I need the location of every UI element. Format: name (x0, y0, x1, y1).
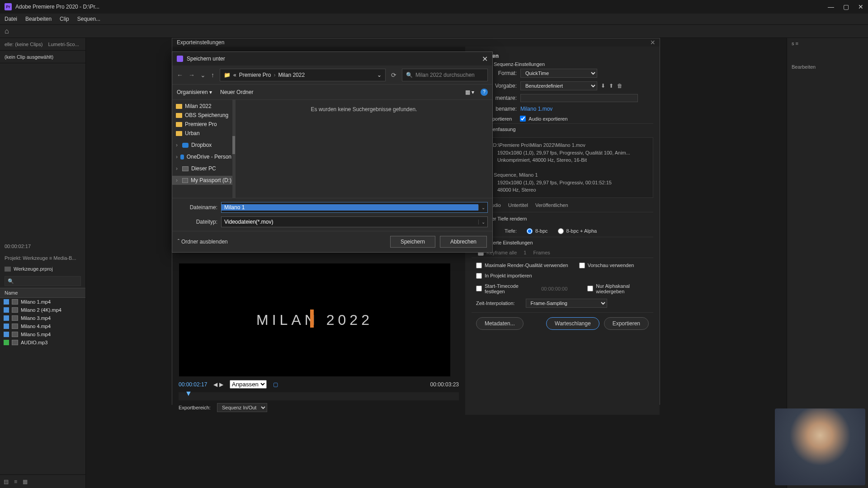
nav-back-icon[interactable]: ← (177, 71, 183, 79)
preset-select[interactable]: Benutzerdefiniert (520, 81, 597, 90)
close-button[interactable]: ✕ (858, 3, 863, 10)
save-as-close-button[interactable]: ✕ (482, 55, 488, 63)
export-close-button[interactable]: × (650, 38, 655, 47)
app-title: Adobe Premiere Pro 2020 - D:\Pr... (15, 4, 99, 10)
depth-8bpc-radio[interactable] (527, 228, 533, 234)
bin-column-name[interactable]: Name (0, 288, 85, 298)
filename-history-dropdown[interactable]: ⌄ (478, 205, 487, 210)
save-as-dialog: Speichern unter ✕ ← → ⌄ ↑ 📁 « Premiere P… (172, 52, 493, 253)
import-project-checkbox[interactable] (476, 273, 482, 279)
format-select[interactable]: QuickTime (520, 69, 597, 78)
folder-search[interactable]: 🔍 Milan 2022 durchsuchen (402, 69, 488, 81)
premiere-icon (177, 56, 183, 62)
tree-item[interactable]: Milan 2022 (172, 102, 235, 111)
export-preview: MILAN 2022 (179, 263, 450, 376)
help-icon[interactable]: ? (481, 89, 488, 96)
alpha-only-checkbox[interactable] (587, 286, 593, 291)
playhead-icon[interactable]: ▼ (185, 389, 192, 398)
tree-item[interactable]: OBS Speicherung (172, 111, 235, 120)
list-item[interactable]: Milano 4.mp4 (0, 322, 85, 330)
menu-edit[interactable]: Bearbeiten (25, 16, 52, 22)
list-item[interactable]: AUDIO.mp3 (0, 338, 85, 347)
tab-captions[interactable]: Untertitel (508, 202, 528, 210)
icon-view-icon[interactable]: ▦ (23, 479, 28, 485)
delete-preset-icon[interactable]: 🗑 (617, 83, 623, 89)
minimize-button[interactable]: — (828, 3, 834, 10)
file-list-area: Es wurden keine Suchergebnisse gefunden. (236, 100, 492, 198)
tree-item[interactable]: ›Dieser PC (172, 164, 235, 173)
advanced-heading[interactable]: ▼ Erweiterte Einstellungen (472, 237, 653, 248)
new-folder-button[interactable]: Neuer Ordner (220, 89, 253, 95)
filename-label: Dateiname: (177, 204, 217, 211)
preview-fit-select[interactable]: Anpassen (230, 380, 267, 389)
depth-8bpc-alpha-radio[interactable] (558, 228, 564, 234)
webcam-overlay (775, 408, 865, 485)
export-range-select[interactable]: Sequenz In/Out (217, 403, 267, 412)
list-item[interactable]: Milano 1.mp4 (0, 298, 85, 306)
summary-heading[interactable]: ▼ sammenfassung (472, 123, 653, 135)
output-name-link[interactable]: Milano 1.mov (520, 106, 552, 112)
lumetri-tab[interactable]: Lumetri-Sco... (48, 42, 79, 47)
save-preset-icon[interactable]: ⬇ (601, 83, 605, 89)
export-tabs: ideo Audio Untertitel Veröffentlichen (472, 201, 653, 212)
source-tab[interactable]: elle: (keine Clips) (5, 42, 42, 47)
aspect-icon[interactable]: ▢ (273, 381, 278, 388)
tree-item[interactable]: Urban (172, 129, 235, 138)
tree-item[interactable]: ›My Passport (D:) (172, 176, 235, 185)
tree-item[interactable]: Premiere Pro (172, 120, 235, 129)
comments-input[interactable] (520, 94, 638, 102)
export-button[interactable]: Exportieren (604, 317, 649, 330)
export-audio-checkbox[interactable] (520, 116, 526, 122)
organize-menu[interactable]: Organisieren ▾ (177, 89, 212, 95)
list-item[interactable]: Milano 5.mp4 (0, 330, 85, 338)
search-icon: 🔍 (406, 72, 413, 78)
menu-sequence[interactable]: Sequen... (77, 16, 100, 22)
filetype-dropdown-arrow[interactable]: ⌄ (478, 220, 487, 225)
project-panel-tabs[interactable]: Projekt: Werkzeuge ≡ Media-B... (0, 253, 85, 263)
chevron-down-icon[interactable]: ⌄ (377, 72, 382, 78)
cancel-button[interactable]: Abbrechen (440, 236, 487, 248)
queue-button[interactable]: Warteschlange (546, 317, 599, 330)
breadcrumb[interactable]: 📁 « Premiere Pro › Milan 2022 ⌄ (220, 69, 386, 81)
source-timecode: 00:00:02:17 (0, 240, 85, 253)
tree-item[interactable]: ›Dropbox (172, 141, 235, 150)
refresh-icon[interactable]: ⟳ (391, 71, 396, 79)
metadata-button[interactable]: Metadaten... (476, 317, 524, 330)
menu-file[interactable]: Datei (5, 16, 17, 22)
tab-publish[interactable]: Veröffentlichen (535, 202, 568, 210)
home-icon[interactable]: ⌂ (5, 27, 9, 35)
new-item-icon[interactable]: ▤ (4, 479, 9, 485)
project-bin-list: Milano 1.mp4 Milano 2 (4K).mp4 Milano 3.… (0, 298, 85, 474)
save-button[interactable]: Speichern (390, 236, 435, 248)
hide-folders-toggle[interactable]: ˆ Ordner ausblenden (178, 239, 228, 245)
export-dialog-title: Exporteinstellungen (177, 39, 224, 46)
import-preset-icon[interactable]: ⬆ (609, 83, 613, 89)
export-summary: sgabe: D:\Premiere Pro\Milan 2022\Milano… (472, 137, 653, 198)
filename-input[interactable] (222, 204, 478, 211)
filetype-select[interactable] (222, 219, 478, 225)
menu-clip[interactable]: Clip (60, 16, 69, 22)
list-view-icon[interactable]: ≡ (14, 479, 17, 485)
source-empty-label: (kein Clip ausgewählt) (0, 51, 85, 63)
project-search-input[interactable] (5, 276, 81, 286)
preview-controls: 00:00:02:17 ◀ ▶ Anpassen ▢ 00:00:03:23 (172, 376, 465, 392)
start-timecode-checkbox[interactable] (476, 286, 482, 291)
tree-scroll-thumb[interactable] (232, 136, 235, 154)
max-render-quality-checkbox[interactable] (476, 263, 482, 268)
app-titlebar: Pr Adobe Premiere Pro 2020 - D:\Pr... — … (0, 0, 868, 14)
tree-item[interactable]: ›OneDrive - Person (172, 152, 235, 161)
use-previews-checkbox[interactable] (579, 263, 585, 268)
menu-bar: Datei Bearbeiten Clip Sequen... (0, 14, 868, 24)
list-item[interactable]: Milano 3.mp4 (0, 314, 85, 322)
view-mode-icon[interactable]: ▦ ▾ (465, 89, 474, 95)
maximize-button[interactable]: ▢ (843, 3, 849, 10)
nav-forward-icon[interactable]: → (189, 71, 195, 79)
folder-icon: 📁 (224, 72, 231, 78)
filetype-label: Dateityp: (177, 219, 217, 225)
folder-tree: Milan 2022 OBS Speicherung Premiere Pro … (172, 100, 236, 198)
list-item[interactable]: Milano 2 (4K).mp4 (0, 306, 85, 314)
bin-icon (5, 267, 11, 272)
time-interpolation-select[interactable]: Frame-Sampling (526, 299, 607, 308)
nav-up-icon[interactable]: ↑ (211, 71, 214, 79)
nav-recent-icon[interactable]: ⌄ (200, 71, 206, 79)
